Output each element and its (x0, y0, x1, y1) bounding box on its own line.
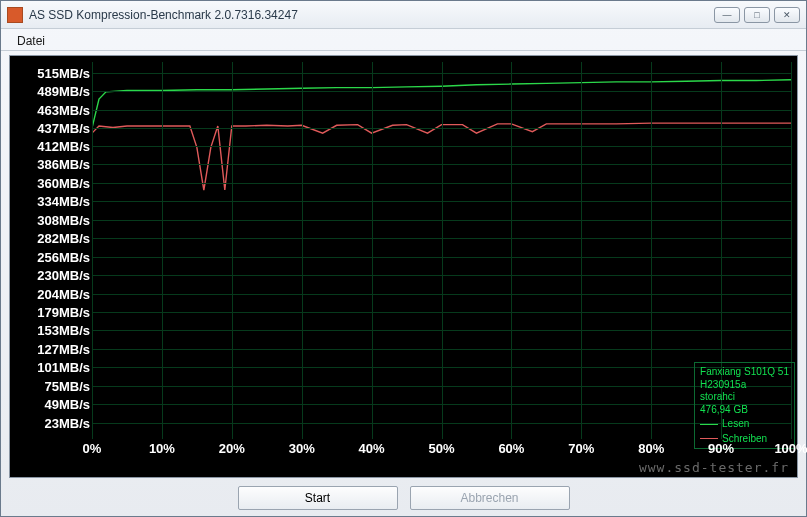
y-tick-label: 515MB/s (37, 65, 90, 80)
y-tick-label: 256MB/s (37, 249, 90, 264)
maximize-button[interactable]: □ (744, 7, 770, 23)
y-tick-label: 49MB/s (44, 397, 90, 412)
y-tick-label: 101MB/s (37, 360, 90, 375)
plot-area (92, 62, 791, 439)
chart-panel: Fanxiang S101Q 51 H230915a storahci 476,… (9, 55, 798, 478)
y-tick-label: 230MB/s (37, 268, 90, 283)
x-tick-label: 80% (638, 441, 664, 456)
x-tick-label: 60% (498, 441, 524, 456)
chart: Fanxiang S101Q 51 H230915a storahci 476,… (10, 56, 797, 477)
button-bar: Start Abbrechen (1, 480, 806, 516)
legend-device: Fanxiang S101Q 51 (700, 366, 789, 379)
menubar: Datei (1, 29, 806, 51)
gridline-v (442, 62, 443, 439)
gridline-v (511, 62, 512, 439)
x-tick-label: 90% (708, 441, 734, 456)
x-tick-label: 10% (149, 441, 175, 456)
legend-size: 476,94 GB (700, 404, 789, 417)
minimize-button[interactable]: — (714, 7, 740, 23)
y-tick-label: 360MB/s (37, 175, 90, 190)
legend-read-label: Lesen (722, 418, 749, 431)
gridline-v (302, 62, 303, 439)
y-tick-label: 282MB/s (37, 231, 90, 246)
window-buttons: — □ ✕ (714, 7, 800, 23)
y-tick-label: 437MB/s (37, 121, 90, 136)
app-icon (7, 7, 23, 23)
y-tick-label: 179MB/s (37, 304, 90, 319)
x-tick-label: 20% (219, 441, 245, 456)
legend: Fanxiang S101Q 51 H230915a storahci 476,… (694, 362, 795, 449)
gridline-v (162, 62, 163, 439)
legend-read-row: Lesen (700, 418, 789, 431)
gridline-v (581, 62, 582, 439)
watermark: www.ssd-tester.fr (639, 460, 789, 475)
y-tick-label: 127MB/s (37, 341, 90, 356)
gridline-v (92, 62, 93, 439)
legend-driver: storahci (700, 391, 789, 404)
titlebar[interactable]: AS SSD Kompression-Benchmark 2.0.7316.34… (1, 1, 806, 29)
x-tick-label: 40% (359, 441, 385, 456)
abort-button: Abbrechen (410, 486, 570, 510)
x-tick-label: 100% (774, 441, 807, 456)
gridline-v (232, 62, 233, 439)
start-button[interactable]: Start (238, 486, 398, 510)
y-tick-label: 489MB/s (37, 84, 90, 99)
y-tick-label: 308MB/s (37, 212, 90, 227)
close-button[interactable]: ✕ (774, 7, 800, 23)
y-tick-label: 463MB/s (37, 102, 90, 117)
y-tick-label: 23MB/s (44, 415, 90, 430)
x-tick-label: 70% (568, 441, 594, 456)
y-tick-label: 204MB/s (37, 286, 90, 301)
x-tick-label: 50% (428, 441, 454, 456)
y-tick-label: 334MB/s (37, 194, 90, 209)
gridline-v (372, 62, 373, 439)
y-tick-label: 75MB/s (44, 378, 90, 393)
app-window: AS SSD Kompression-Benchmark 2.0.7316.34… (0, 0, 807, 517)
gridline-v (651, 62, 652, 439)
window-title: AS SSD Kompression-Benchmark 2.0.7316.34… (29, 8, 714, 22)
y-tick-label: 386MB/s (37, 157, 90, 172)
y-tick-label: 153MB/s (37, 323, 90, 338)
x-tick-label: 0% (83, 441, 102, 456)
y-tick-label: 412MB/s (37, 138, 90, 153)
legend-fw: H230915a (700, 379, 789, 392)
legend-write-swatch (700, 438, 718, 439)
menu-datei[interactable]: Datei (11, 32, 51, 50)
legend-read-swatch (700, 424, 718, 425)
x-tick-label: 30% (289, 441, 315, 456)
